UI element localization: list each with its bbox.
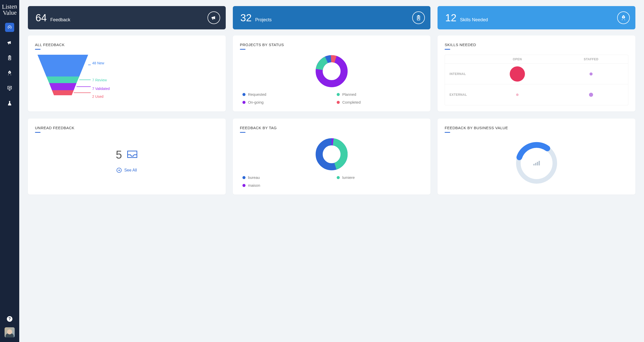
nav-projects[interactable] xyxy=(5,53,14,62)
card-skills-needed: SKILLS NEEDED OPEN STAFFED INTERNAL EXTE… xyxy=(438,35,635,111)
dot-icon xyxy=(337,101,340,104)
card-all-feedback: ALL FEEDBACK 48 New xyxy=(28,35,226,111)
stat-cards-row: 64 Feedback 32 Projects 12 Skills Needed xyxy=(28,6,635,29)
dot-icon xyxy=(337,176,340,179)
cards-grid: ALL FEEDBACK 48 New xyxy=(28,35,635,195)
card-title: FEEDBACK BY TAG xyxy=(240,126,424,130)
legend-bureau: bureau xyxy=(248,175,260,180)
card-title: SKILLS NEEDED xyxy=(445,43,628,47)
legend-ongoing: On-going xyxy=(248,100,264,104)
title-underline xyxy=(445,132,450,133)
dot-icon xyxy=(337,93,340,96)
card-title: ALL FEEDBACK xyxy=(35,43,219,47)
brand-line2: Value xyxy=(2,9,17,16)
brand-line1: Listen xyxy=(2,3,17,10)
legend-tags: bureau lumiere maison xyxy=(240,175,424,187)
svg-marker-2 xyxy=(49,83,77,90)
see-all-link[interactable]: + See All xyxy=(117,168,137,173)
nav-dashboard[interactable] xyxy=(5,23,14,32)
svg-marker-3 xyxy=(52,90,74,95)
stat-card-projects[interactable]: 32 Projects xyxy=(233,6,431,29)
card-feedback-by-business-value: FEEDBACK BY BUSINESS VALUE xyxy=(438,119,635,195)
funnel-labels: 48 New 7 Review 7 Validated 2 Used xyxy=(91,55,110,100)
bubble-external-staffed xyxy=(589,93,593,97)
funnel-stage-review: 7 Review xyxy=(92,78,107,82)
megaphone-icon xyxy=(207,11,220,24)
main-content: 64 Feedback 32 Projects 12 Skills Needed xyxy=(19,0,644,342)
title-underline xyxy=(35,49,41,50)
funnel-chart xyxy=(35,55,91,100)
card-title: FEEDBACK BY BUSINESS VALUE xyxy=(445,126,628,130)
stat-projects-value: 32 xyxy=(240,12,252,24)
stat-feedback-label: Feedback xyxy=(50,17,70,23)
stat-feedback-value: 64 xyxy=(35,12,47,24)
stat-skills-label: Skills Needed xyxy=(460,17,488,23)
title-underline xyxy=(240,49,245,50)
rocket-icon xyxy=(7,70,12,76)
see-all-label: See All xyxy=(124,168,137,173)
svg-marker-0 xyxy=(37,55,88,77)
stat-card-feedback[interactable]: 64 Feedback xyxy=(28,6,226,29)
unread-count: 5 xyxy=(116,148,122,161)
legend-maison: maison xyxy=(248,183,260,187)
card-projects-by-status: PROJECTS BY STATUS Requested Planned On-… xyxy=(233,35,431,111)
funnel-stage-new: 48 New xyxy=(92,61,104,65)
dot-icon xyxy=(242,176,245,179)
nav-skills[interactable] xyxy=(5,68,14,78)
svg-marker-1 xyxy=(46,77,79,83)
brand-logo: Listen Value xyxy=(2,3,17,16)
inbox-icon xyxy=(127,150,138,160)
user-avatar[interactable] xyxy=(5,327,15,337)
bubble-internal-open xyxy=(510,66,525,82)
nav-lab[interactable] xyxy=(5,99,14,108)
nav-feedback[interactable] xyxy=(5,38,14,47)
card-unread-feedback: UNREAD FEEDBACK 5 + See All xyxy=(28,119,226,195)
card-feedback-by-tag: FEEDBACK BY TAG bureau lumiere maison xyxy=(233,119,431,195)
legend-projects: Requested Planned On-going Completed xyxy=(240,92,424,104)
plus-circle-icon: + xyxy=(117,168,122,173)
bubble-external-open xyxy=(516,93,519,96)
dot-icon xyxy=(242,184,245,187)
megaphone-icon xyxy=(7,40,12,45)
dot-icon xyxy=(242,101,245,104)
help-button[interactable]: ? xyxy=(7,316,12,322)
flask-icon xyxy=(7,101,12,106)
skills-row-internal: INTERNAL xyxy=(445,72,480,76)
stat-card-skills[interactable]: 12 Skills Needed xyxy=(438,6,635,29)
clipboard-icon xyxy=(412,11,425,24)
donut-chart-projects xyxy=(315,55,348,88)
chart-presentation-icon xyxy=(7,85,12,91)
stat-skills-value: 12 xyxy=(445,12,457,24)
gauge-icon xyxy=(7,25,12,30)
legend-requested: Requested xyxy=(248,92,267,97)
skills-col-staffed: STAFFED xyxy=(554,58,628,61)
card-title: UNREAD FEEDBACK xyxy=(35,126,219,130)
signal-bars-icon xyxy=(533,161,540,165)
bubble-internal-staffed xyxy=(590,72,593,75)
dot-icon xyxy=(242,93,245,96)
donut-chart-tags xyxy=(315,138,348,171)
legend-lumiere: lumiere xyxy=(342,175,355,180)
funnel-stage-validated: 7 Validated xyxy=(92,87,110,91)
card-title: PROJECTS BY STATUS xyxy=(240,43,424,47)
sidebar: Listen Value ? xyxy=(0,0,19,342)
title-underline xyxy=(240,132,245,133)
rocket-icon xyxy=(617,11,630,24)
clipboard-icon xyxy=(7,55,12,61)
skills-col-open: OPEN xyxy=(480,58,554,61)
funnel-stage-used: 2 Used xyxy=(92,94,103,99)
title-underline xyxy=(35,132,41,133)
nav-analytics[interactable] xyxy=(5,84,14,93)
legend-completed: Completed xyxy=(342,100,361,104)
title-underline xyxy=(445,49,450,50)
legend-planned: Planned xyxy=(342,92,356,97)
skills-row-external: EXTERNAL xyxy=(445,93,480,97)
stat-projects-label: Projects xyxy=(255,17,272,23)
